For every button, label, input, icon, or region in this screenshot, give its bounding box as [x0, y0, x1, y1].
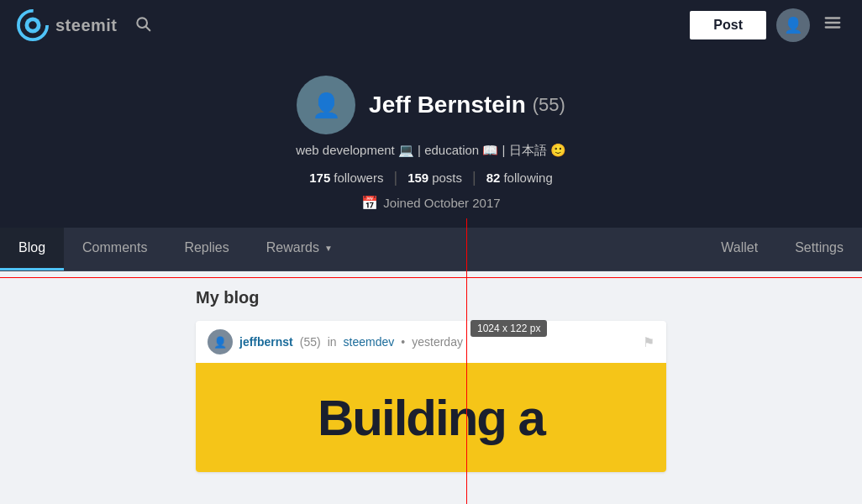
following-stat: 82 following	[486, 171, 553, 185]
profile-name-area: Jeff Bernstein (55)	[369, 92, 565, 118]
content-inner: My blog 👤 jeffbernst (55) in steemdev • …	[179, 271, 683, 489]
author-community[interactable]: steemdev	[344, 335, 395, 349]
posts-count: 159	[407, 171, 428, 185]
blog-image: Building a	[196, 363, 666, 472]
followers-label: followers	[334, 171, 383, 185]
search-button[interactable]	[131, 12, 155, 39]
posts-label: posts	[432, 171, 462, 185]
tab-wallet[interactable]: Wallet	[702, 240, 776, 258]
steemit-logo-icon	[17, 9, 49, 41]
post-button[interactable]: Post	[690, 11, 766, 39]
post-dot: •	[401, 335, 405, 349]
blog-card-author: 👤 jeffbernst (55) in steemdev • yesterda…	[208, 329, 463, 354]
profile-top: 👤 Jeff Bernstein (55)	[297, 76, 565, 134]
profile-stats: 175 followers | 159 posts | 82 following	[309, 169, 553, 186]
nav-right: Post 👤	[690, 8, 845, 42]
tab-replies[interactable]: Replies	[166, 228, 247, 270]
following-label: following	[503, 171, 552, 185]
logo-area: steemit	[17, 9, 118, 41]
joined-date: Joined October 2017	[383, 196, 500, 210]
stat-divider-1: |	[393, 169, 397, 186]
measurement-line-horizontal	[0, 277, 862, 278]
profile-bio: web development 💻 | education 📖 | 日本語 🙂	[296, 143, 566, 159]
tab-settings[interactable]: Settings	[776, 240, 862, 258]
stat-divider-2: |	[472, 169, 476, 186]
svg-line-4	[145, 26, 150, 30]
post-time: yesterday	[412, 335, 463, 349]
blog-card-header: 👤 jeffbernst (55) in steemdev • yesterda…	[196, 321, 666, 363]
my-blog-title: My blog	[196, 288, 666, 307]
hamburger-menu-button[interactable]	[820, 10, 845, 40]
profile-reputation: (55)	[533, 94, 565, 116]
flag-icon[interactable]: ⚑	[643, 334, 654, 350]
profile-section: 👤 Jeff Bernstein (55) web development 💻 …	[0, 50, 862, 228]
author-rep: (55)	[300, 335, 321, 349]
size-indicator: 1024 x 122 px	[470, 320, 547, 337]
calendar-icon: 📅	[361, 195, 378, 211]
author-name[interactable]: jeffbernst	[239, 335, 293, 349]
main-content: My blog 👤 jeffbernst (55) in steemdev • …	[0, 271, 862, 504]
author-in-label: in	[328, 335, 337, 349]
rewards-dropdown-arrow: ▼	[324, 244, 333, 253]
blog-card: 👤 jeffbernst (55) in steemdev • yesterda…	[196, 321, 666, 472]
tab-rewards[interactable]: Rewards ▼	[248, 228, 351, 270]
measurement-line-vertical	[466, 218, 467, 504]
nav-left: steemit	[17, 9, 155, 41]
profile-name: Jeff Bernstein	[369, 92, 526, 118]
following-count: 82	[486, 171, 501, 185]
logo-text: steemit	[55, 16, 118, 35]
tab-blog[interactable]: Blog	[0, 228, 64, 270]
tabs-bar: Blog Comments Replies Rewards ▼ Wallet S…	[0, 228, 862, 271]
tab-comments[interactable]: Comments	[64, 228, 166, 270]
author-avatar-small: 👤	[208, 329, 233, 354]
posts-stat: 159 posts	[407, 171, 462, 185]
profile-avatar: 👤	[297, 76, 355, 134]
blog-image-text: Building a	[318, 389, 544, 447]
followers-count: 175	[309, 171, 330, 185]
top-navigation: steemit Post 👤	[0, 0, 862, 50]
user-avatar[interactable]: 👤	[776, 8, 810, 42]
profile-joined: 📅 Joined October 2017	[361, 195, 500, 211]
svg-point-2	[29, 21, 37, 29]
followers-stat: 175 followers	[309, 171, 383, 185]
tab-right-group: Wallet Settings	[702, 240, 862, 258]
